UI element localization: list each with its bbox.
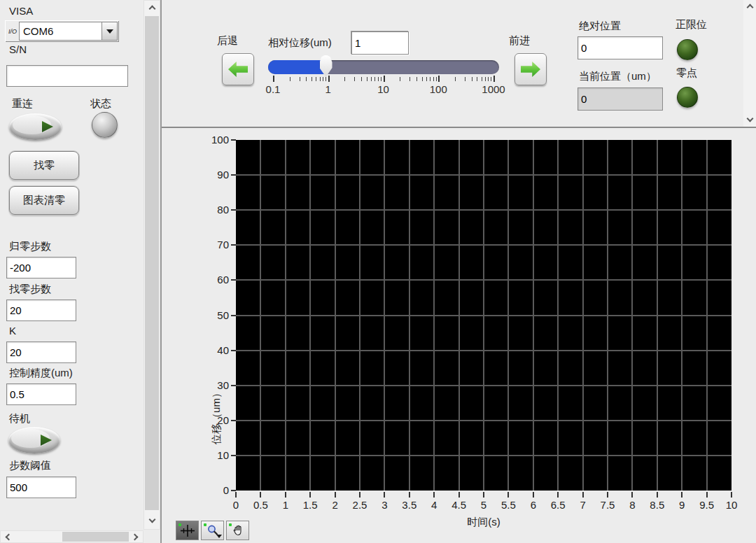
k-input[interactable] — [6, 341, 76, 363]
scrollbar-thumb[interactable] — [62, 532, 130, 542]
relative-displacement-label: 相对位移(um) — [268, 36, 332, 50]
status-label: 状态 — [90, 97, 111, 111]
zero-point-label: 零点 — [676, 66, 697, 80]
y-tick-label: 50 — [183, 309, 229, 321]
chevron-down-icon — [148, 516, 155, 523]
reconnect-toggle[interactable] — [9, 113, 62, 140]
x-tick-mark — [409, 492, 410, 498]
x-tick-label: 5 — [481, 499, 486, 511]
visa-io-icon: I/O — [6, 22, 19, 41]
chevron-down-icon — [216, 535, 222, 538]
zoom-tool-button[interactable] — [201, 521, 224, 540]
absolute-position-label: 绝对位置 — [579, 20, 621, 33]
visa-combobox-value: COM6 — [19, 22, 102, 41]
chart-clear-button[interactable]: 图表清零 — [9, 186, 79, 215]
plot-area[interactable] — [236, 140, 732, 491]
scroll-down-button[interactable] — [144, 514, 160, 528]
forward-label: 前进 — [509, 34, 530, 48]
left-control-panel: VISA I/O COM6 S/N 重连 状态 找零 图表清零 归零步数 找零步… — [0, 0, 144, 530]
x-tick-label: 8.5 — [650, 499, 664, 511]
zero-return-steps-input[interactable] — [6, 257, 76, 278]
y-tick-mark — [231, 139, 236, 141]
x-tick-mark — [533, 492, 534, 498]
x-tick-label: 0.5 — [253, 499, 268, 511]
slider-tick-label: 10 — [377, 83, 389, 95]
zero-return-steps-label: 归零步数 — [9, 240, 51, 253]
y-tick-label: 40 — [183, 344, 229, 356]
sn-input[interactable] — [6, 65, 128, 87]
scrollbar-thumb[interactable] — [145, 16, 159, 510]
y-tick-mark — [231, 350, 236, 351]
x-axis-title: 时间(s) — [236, 516, 732, 529]
zero-point-led — [677, 87, 698, 108]
scroll-left-button[interactable] — [1, 531, 15, 542]
scroll-up-button[interactable] — [743, 0, 756, 13]
scroll-up-button[interactable] — [144, 1, 160, 15]
relative-displacement-input[interactable] — [351, 31, 409, 55]
y-tick-label: 0 — [183, 484, 229, 496]
x-tick-label: 7 — [580, 499, 585, 511]
x-tick-mark — [681, 492, 682, 498]
arrow-right-icon — [521, 61, 540, 78]
x-tick-label: 9 — [679, 499, 685, 511]
slider-tick-mark — [438, 76, 440, 82]
find-zero-steps-label: 找零步数 — [9, 283, 51, 296]
forward-button[interactable] — [514, 53, 547, 85]
slider-tick-mark — [328, 76, 330, 82]
x-tick-mark — [483, 492, 484, 498]
x-tick-mark — [607, 492, 608, 498]
pan-tool-button[interactable] — [226, 521, 249, 540]
k-label: K — [9, 325, 16, 337]
y-axis-title: 位移（um） — [210, 374, 223, 458]
y-tick-label: 60 — [183, 274, 229, 285]
x-tick-label: 4.5 — [451, 499, 466, 511]
x-tick-mark — [631, 492, 633, 498]
x-tick-mark — [335, 492, 336, 498]
step-threshold-input[interactable] — [6, 477, 76, 498]
y-tick-mark — [231, 490, 236, 491]
chevron-left-icon — [6, 533, 13, 540]
x-tick-mark — [507, 492, 509, 498]
crosshair-tool-button[interactable] — [176, 521, 199, 540]
x-tick-label: 8 — [629, 499, 635, 511]
motion-control-panel: 后退 相对位移(um) 0.11101001000 前进 绝对位置 当前位置（u… — [162, 0, 756, 128]
back-label: 后退 — [217, 34, 238, 48]
slider-tick-label: 1 — [326, 83, 331, 95]
scroll-down-button[interactable] — [743, 113, 756, 126]
left-panel-horizontal-scrollbar[interactable] — [0, 530, 144, 543]
x-tick-mark — [285, 492, 286, 498]
reconnect-label: 重连 — [12, 97, 33, 111]
left-panel-vertical-scrollbar[interactable] — [144, 0, 160, 530]
find-zero-steps-input[interactable] — [6, 299, 76, 321]
standby-label: 待机 — [9, 412, 30, 425]
visa-resource-combobox[interactable]: I/O COM6 — [5, 20, 119, 42]
top-panel-vertical-scrollbar[interactable] — [743, 0, 756, 127]
scroll-right-button[interactable] — [129, 531, 143, 542]
standby-toggle[interactable] — [8, 427, 60, 453]
sn-label: S/N — [9, 43, 27, 55]
positive-limit-label: 正限位 — [676, 18, 707, 31]
slider-scale: 0.11101001000 — [268, 76, 499, 98]
absolute-position-input[interactable] — [578, 36, 663, 59]
find-zero-button[interactable]: 找零 — [9, 151, 79, 180]
y-tick-mark — [231, 385, 236, 386]
x-tick-label: 7.5 — [601, 499, 615, 511]
x-tick-mark — [433, 492, 435, 498]
x-tick-label: 5.5 — [501, 499, 516, 511]
chevron-down-icon — [106, 29, 113, 34]
chevron-up-icon — [148, 6, 155, 13]
back-button[interactable] — [222, 53, 254, 85]
y-tick-mark — [231, 174, 236, 176]
current-position-label: 当前位置（um） — [579, 70, 657, 83]
x-tick-mark — [235, 492, 237, 498]
x-tick-label: 1.5 — [303, 499, 318, 511]
visa-dropdown-button[interactable] — [102, 22, 118, 41]
slider-tick-label: 1000 — [482, 83, 505, 95]
x-tick-mark — [309, 492, 311, 498]
control-precision-input[interactable] — [6, 383, 76, 405]
x-tick-label: 10 — [726, 499, 738, 511]
displacement-slider[interactable] — [268, 60, 499, 74]
x-tick-mark — [458, 492, 460, 498]
x-tick-label: 2 — [332, 499, 337, 511]
slider-fill — [268, 60, 326, 74]
